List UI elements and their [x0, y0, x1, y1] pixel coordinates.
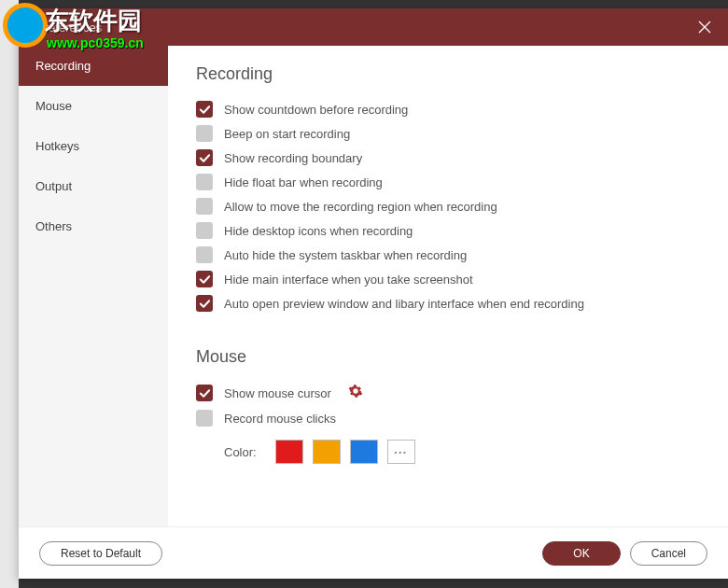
- recording-checkbox-5[interactable]: [196, 222, 213, 239]
- watermark-text: 东软件园: [45, 5, 142, 37]
- recording-checkbox-0[interactable]: [196, 101, 213, 118]
- recording-option-row: Hide desktop icons when recording: [196, 222, 700, 239]
- background-strip: [0, 0, 19, 588]
- sidebar-item-others[interactable]: Others: [19, 206, 168, 246]
- gear-button[interactable]: [348, 384, 363, 402]
- recording-option-row: Show countdown before recording: [196, 101, 700, 118]
- color-swatch-blue[interactable]: [350, 440, 378, 464]
- sidebar-item-label: Others: [35, 219, 72, 233]
- recording-option-row: Show recording boundary: [196, 149, 700, 166]
- recording-option-label: Hide desktop icons when recording: [224, 224, 413, 238]
- sidebar-item-label: Output: [35, 179, 72, 193]
- recording-option-label: Show countdown before recording: [224, 103, 408, 117]
- recording-option-row: Beep on start recording: [196, 125, 700, 142]
- sidebar-item-hotkeys[interactable]: Hotkeys: [19, 126, 168, 166]
- close-icon: [698, 21, 711, 34]
- mouse-option-row: Record mouse clicks: [196, 410, 700, 427]
- recording-option-label: Auto open preview window and libary inte…: [224, 297, 584, 311]
- check-icon: [199, 273, 211, 286]
- color-swatch-red[interactable]: [275, 440, 303, 464]
- recording-option-row: Auto hide the system taskbar when record…: [196, 246, 700, 263]
- reset-label: Reset to Default: [61, 547, 141, 560]
- ok-label: OK: [573, 547, 589, 560]
- recording-option-label: Show recording boundary: [224, 151, 362, 165]
- recording-option-row: Hide main interface when you take screen…: [196, 271, 700, 287]
- watermark-url: www.pc0359.cn: [47, 35, 144, 50]
- content-panel: Recording Show countdown before recordin…: [168, 46, 728, 526]
- mouse-option-row: Show mouse cursor: [196, 384, 700, 402]
- recording-option-label: Hide float bar when recording: [224, 175, 383, 189]
- ok-button[interactable]: OK: [542, 541, 620, 566]
- recording-checkbox-1[interactable]: [196, 125, 213, 142]
- color-label: Color:: [224, 445, 257, 459]
- sidebar-item-label: Recording: [35, 59, 91, 73]
- watermark-circle: [3, 3, 48, 48]
- recording-option-label: Hide main interface when you take screen…: [224, 273, 473, 287]
- recording-checkbox-2[interactable]: [196, 149, 213, 166]
- check-icon: [199, 387, 211, 399]
- color-row: Color: •••: [224, 440, 700, 464]
- recording-option-row: Hide float bar when recording: [196, 174, 700, 190]
- check-icon: [199, 104, 211, 116]
- sidebar-item-output[interactable]: Output: [19, 166, 168, 206]
- mouse-option-label: Record mouse clicks: [224, 412, 336, 426]
- close-button[interactable]: [681, 8, 728, 46]
- recording-checkbox-3[interactable]: [196, 174, 213, 190]
- recording-checkbox-7[interactable]: [196, 271, 213, 287]
- sidebar-item-mouse[interactable]: Mouse: [19, 86, 168, 126]
- preferences-dialog: *Preferences Recording Mouse Hotkeys Out…: [19, 8, 728, 579]
- recording-checkbox-6[interactable]: [196, 246, 213, 263]
- recording-option-row: Auto open preview window and libary inte…: [196, 295, 700, 312]
- reset-button[interactable]: Reset to Default: [39, 541, 162, 566]
- sidebar-item-recording[interactable]: Recording: [19, 46, 168, 86]
- color-swatch-orange[interactable]: [313, 440, 341, 464]
- recording-option-label: Allow to move the recording region when …: [224, 200, 497, 214]
- sidebar-item-label: Mouse: [35, 99, 72, 113]
- recording-option-label: Auto hide the system taskbar when record…: [224, 248, 467, 262]
- cancel-label: Cancel: [651, 547, 686, 560]
- section-title-recording: Recording: [196, 64, 700, 84]
- sidebar-item-label: Hotkeys: [35, 139, 79, 153]
- recording-checkbox-8[interactable]: [196, 295, 213, 312]
- mouse-checkbox-1[interactable]: [196, 410, 213, 427]
- check-icon: [199, 152, 211, 164]
- check-icon: [199, 298, 211, 310]
- footer: Reset to Default OK Cancel: [19, 526, 728, 579]
- mouse-checkbox-0[interactable]: [196, 385, 213, 401]
- gear-icon: [348, 384, 363, 399]
- sidebar: Recording Mouse Hotkeys Output Others: [19, 46, 168, 526]
- section-title-mouse: Mouse: [196, 347, 700, 367]
- cancel-button[interactable]: Cancel: [630, 541, 707, 566]
- recording-checkbox-4[interactable]: [196, 198, 213, 215]
- watermark-logo: 东软件园 www.pc0359.cn: [0, 0, 187, 51]
- recording-option-row: Allow to move the recording region when …: [196, 198, 700, 215]
- mouse-option-label: Show mouse cursor: [224, 386, 331, 400]
- dialog-body: Recording Mouse Hotkeys Output Others Re…: [19, 46, 728, 526]
- recording-option-label: Beep on start recording: [224, 127, 350, 141]
- color-swatch-more[interactable]: •••: [387, 440, 415, 464]
